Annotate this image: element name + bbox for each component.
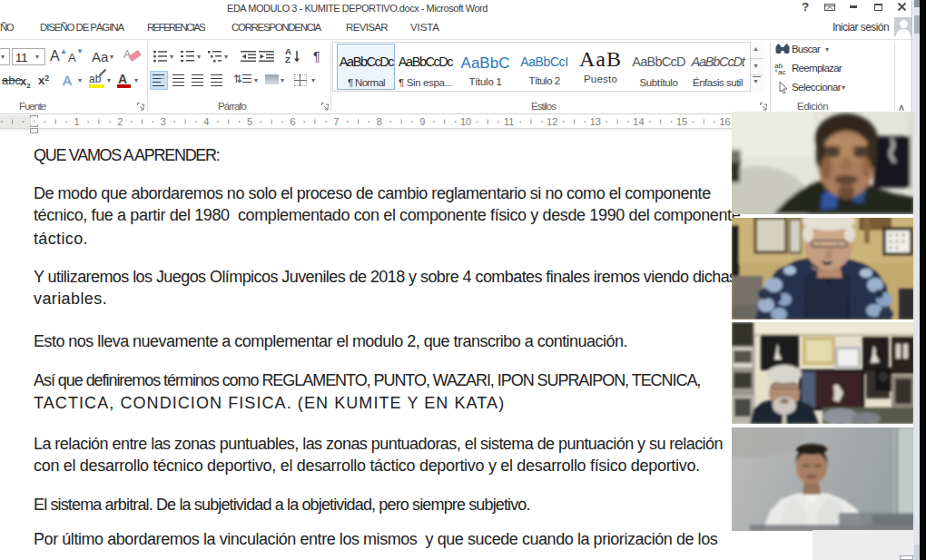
svg-text:4: 4 [203,116,209,127]
svg-text:7: 7 [333,116,339,127]
svg-text:2: 2 [117,116,123,127]
svg-text:10: 10 [460,116,471,127]
svg-text:1: 1 [74,116,80,127]
svg-text:ac: ac [778,68,785,75]
svg-text:3: 3 [161,116,166,127]
svg-text:16: 16 [719,116,730,127]
svg-text:11: 11 [504,116,514,127]
svg-text:13: 13 [590,116,601,127]
svg-text:8: 8 [377,116,382,127]
svg-text:15: 15 [676,116,687,127]
svg-text:5: 5 [247,116,252,127]
svg-text:9: 9 [419,116,425,127]
svg-text:12: 12 [547,116,557,127]
svg-text:6: 6 [291,116,296,127]
svg-text:14: 14 [633,116,644,127]
